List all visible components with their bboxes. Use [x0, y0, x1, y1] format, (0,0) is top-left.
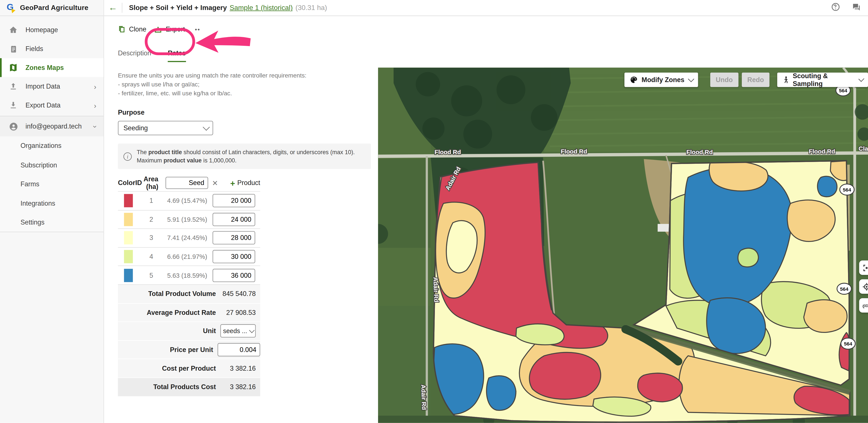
person-icon: [8, 121, 18, 131]
redo-button[interactable]: Redo: [742, 73, 770, 87]
rate-input-3[interactable]: [213, 231, 255, 245]
svg-text:564: 564: [844, 341, 852, 346]
focus-field-button[interactable]: [859, 260, 868, 275]
unit-select[interactable]: seeds ...: [220, 325, 256, 338]
map-icon: [8, 62, 18, 73]
zone-row-2: 2 5.91 (19.52%): [118, 210, 260, 228]
col-header-color: Color: [118, 179, 135, 187]
sample-link[interactable]: Sample 1 (historical): [230, 4, 293, 12]
download-icon: [8, 100, 18, 110]
export-button[interactable]: Export: [154, 25, 185, 33]
more-options-button[interactable]: ••: [195, 26, 200, 33]
info-icon: i: [123, 152, 132, 161]
satellite-map-canvas: Flood Rd Flood Rd Flood Rd Flood Rd Cla …: [378, 67, 868, 423]
purpose-select[interactable]: Seeding: [118, 121, 213, 135]
logo[interactable]: G GeoPard Agriculture: [0, 0, 103, 16]
zones-map[interactable]: Flood Rd Flood Rd Flood Rd Flood Rd Cla …: [378, 67, 868, 423]
chat-icon[interactable]: [851, 2, 861, 14]
total-volume-row: Total Product Volume 845 540.78: [118, 284, 260, 303]
plus-icon: +: [230, 178, 235, 188]
rate-input-1[interactable]: [213, 194, 255, 207]
road-label-partial: Cla: [859, 145, 868, 152]
geopard-logo-icon: G: [7, 3, 16, 12]
units-instructions: Ensure the units you are using match the…: [118, 71, 378, 98]
sidebar-item-zones-maps[interactable]: Zones Maps: [0, 58, 103, 77]
page-title: Slope + Soil + Yield + Imagery: [129, 4, 227, 12]
chevron-right-icon: ›: [94, 101, 96, 109]
tab-description[interactable]: Description: [118, 49, 151, 62]
clone-icon: [118, 25, 126, 33]
locate-button[interactable]: [859, 279, 868, 293]
zone-row-5: 5 5.63 (18.59%): [118, 266, 260, 284]
zone-row-1: 1 4.69 (15.47%): [118, 191, 260, 210]
road-label-adair: Adair Rd: [420, 384, 428, 410]
scouting-sampling-button[interactable]: Scouting & Sampling: [777, 73, 868, 87]
add-product-button[interactable]: +Product: [230, 178, 260, 188]
field-area: (30.31 ha): [296, 4, 327, 12]
help-icon[interactable]: [831, 2, 840, 14]
product-info-note: i The product title should consist of La…: [118, 144, 371, 169]
zone-row-4: 4 6.66 (21.97%): [118, 247, 260, 266]
app-window: G GeoPard Agriculture Homepage Fields Zo…: [0, 0, 868, 423]
palette-icon: [630, 76, 638, 84]
product-name-input[interactable]: [165, 177, 208, 189]
sidebar-item-import-data[interactable]: Import Data ›: [0, 77, 103, 96]
rate-input-5[interactable]: [213, 269, 255, 282]
average-rate-row: Average Product Rate 27 908.53: [118, 303, 260, 321]
remove-product-button[interactable]: ✕: [212, 179, 218, 187]
home-icon: [8, 25, 18, 35]
zone-color-swatch: [124, 269, 133, 282]
sidebar-item-farms[interactable]: Farms: [0, 175, 103, 194]
col-header-id: ID: [135, 179, 143, 187]
top-bar: ← Slope + Soil + Yield + Imagery Sample …: [104, 0, 868, 16]
chevron-down-icon: [249, 328, 254, 333]
sidebar-item-integrations[interactable]: Integrations: [0, 194, 103, 213]
chevron-down-icon: [203, 123, 210, 130]
sidebar-item-settings[interactable]: Settings: [0, 213, 103, 232]
total-products-cost-row: Total Products Cost 3 382.16: [118, 377, 260, 396]
sidebar-item-label: Fields: [25, 45, 43, 53]
sidebar-account[interactable]: info@geopard.tech ›: [0, 116, 103, 136]
back-arrow-icon[interactable]: ←: [104, 3, 122, 13]
sidebar-item-label: Export Data: [25, 102, 61, 109]
sidebar-item-export-data[interactable]: Export Data ›: [0, 96, 103, 115]
sidebar-item-organizations[interactable]: Organizations: [0, 136, 103, 156]
sidebar-item-fields[interactable]: Fields: [0, 39, 103, 58]
clipboard-icon: [8, 44, 18, 54]
rate-input-4[interactable]: [213, 250, 255, 263]
svg-text:3D: 3D: [864, 304, 868, 308]
svg-text:564: 564: [839, 88, 847, 93]
3d-view-button[interactable]: 3D: [859, 298, 868, 312]
road-label-flood: Flood Rd: [686, 149, 713, 156]
col-header-area: Area (ha): [143, 175, 158, 191]
walking-person-icon: [783, 76, 789, 84]
svg-text:564: 564: [843, 187, 851, 193]
highway-badge: 564: [837, 283, 851, 294]
chevron-right-icon: ›: [94, 82, 96, 90]
road-label-flood: Flood Rd: [435, 149, 461, 156]
modify-zones-button[interactable]: Modify Zones: [624, 73, 698, 87]
purpose-label: Purpose: [118, 109, 378, 116]
divider: [122, 3, 123, 13]
undo-button[interactable]: Undo: [710, 73, 738, 87]
zone-color-swatch: [124, 213, 133, 226]
road-label-adair: Adair Rd: [432, 277, 440, 303]
price-per-unit-input[interactable]: [218, 343, 260, 356]
rate-input-2[interactable]: [213, 213, 255, 226]
sidebar-item-subscription[interactable]: Subscription: [0, 156, 103, 175]
zone-color-swatch: [124, 250, 133, 263]
price-row: Price per Unit: [118, 340, 260, 359]
chevron-down-icon: [858, 76, 864, 82]
sidebar: G GeoPard Agriculture Homepage Fields Zo…: [0, 0, 104, 423]
zone-row-3: 3 7.41 (24.45%): [118, 228, 260, 247]
tab-rates[interactable]: Rates: [168, 49, 186, 62]
road-label-flood: Flood Rd: [561, 148, 587, 155]
highway-badge: 564: [841, 338, 855, 349]
unit-row: Unit seeds ...: [118, 321, 260, 340]
clone-button[interactable]: Clone: [118, 25, 146, 33]
sidebar-item-label: Homepage: [25, 26, 58, 34]
road-label-flood: Flood Rd: [809, 148, 835, 155]
sidebar-item-homepage[interactable]: Homepage: [0, 21, 103, 39]
upload-icon: [8, 81, 18, 91]
sidebar-item-label: Zones Maps: [25, 64, 64, 72]
